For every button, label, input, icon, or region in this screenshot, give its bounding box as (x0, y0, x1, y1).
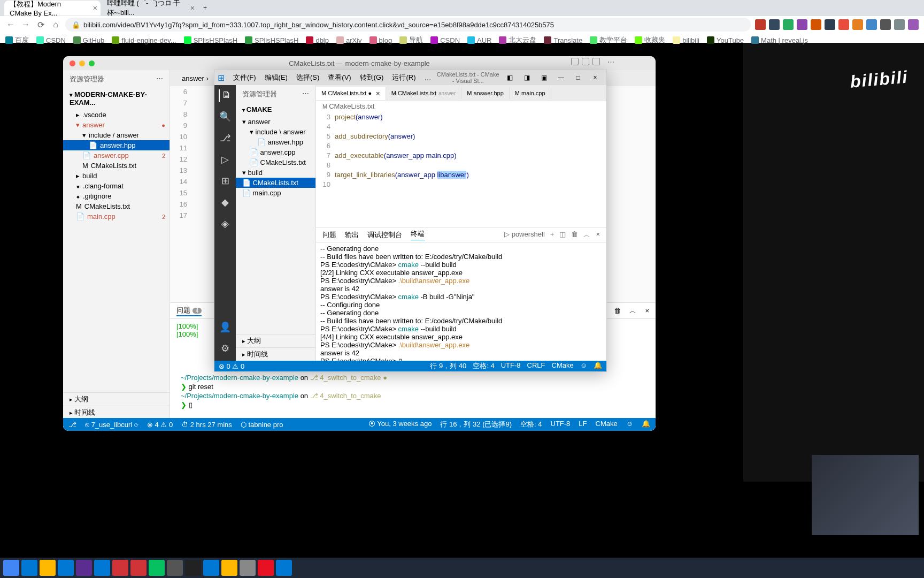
extension-icon[interactable] (825, 19, 835, 30)
eol-status[interactable]: CRLF (527, 361, 545, 371)
bookmark-item[interactable]: Translate (544, 36, 582, 44)
bookmark-item[interactable]: CSDN (36, 36, 66, 44)
close-icon[interactable] (70, 60, 75, 66)
bookmark-item[interactable]: GitHub (73, 36, 104, 44)
close-icon[interactable]: × (93, 4, 97, 12)
bookmark-item[interactable]: Math | reveal.js (751, 36, 808, 44)
extension-icon[interactable] (783, 19, 794, 30)
taskbar-app-icon[interactable] (58, 560, 74, 576)
tree-file[interactable]: 📄 answer.cpp2 (63, 150, 170, 161)
code-editor[interactable]: 345678910 project(answer) add_subdirecto… (316, 111, 606, 227)
menu-run[interactable]: 运行(R) (389, 72, 419, 83)
tree-file[interactable]: 📄 CMakeLists.txt (236, 178, 315, 188)
split-icon[interactable]: ◫ (559, 230, 566, 240)
tabnine-status[interactable]: ⬡ tabnine pro (241, 421, 283, 429)
git-blame[interactable]: ⦿ You, 3 weeks ago (368, 420, 432, 429)
bookmark-item[interactable]: 北大云盘 (499, 35, 536, 45)
reload-icon[interactable]: ⟳ (35, 20, 46, 30)
timeline-section[interactable]: ▸ 时间线 (63, 406, 170, 419)
language-mode[interactable]: CMake (596, 420, 618, 429)
extension-icon[interactable] (908, 19, 919, 30)
feedback-icon[interactable]: ☺ (580, 361, 587, 371)
outline-section[interactable]: ▸ 大纲 (236, 334, 316, 347)
extension-icon[interactable] (797, 19, 807, 30)
tree-file[interactable]: 📄 answer.hpp (236, 137, 315, 147)
editor-tab[interactable]: M CMakeLists.txt ● × (316, 87, 386, 100)
tree-folder[interactable]: ▾ include / answer (63, 130, 170, 140)
taskbar-app-icon[interactable] (185, 560, 201, 576)
taskbar-app-icon[interactable] (167, 560, 183, 576)
indent-status[interactable]: 空格: 4 (520, 420, 542, 429)
bookmark-item[interactable]: 教学平台 (590, 35, 627, 45)
integrated-terminal[interactable]: ~/Projects/modern-cmake-by-example on ⎇ … (181, 373, 623, 409)
extension-icon[interactable] (866, 19, 877, 30)
home-icon[interactable]: ⌂ (50, 20, 61, 29)
encoding-status[interactable]: UTF-8 (551, 420, 571, 429)
source-control-icon[interactable]: ⎇ (219, 132, 232, 145)
tree-file[interactable]: 📄 CMakeLists.txt (236, 157, 315, 168)
maximize-icon[interactable] (89, 60, 95, 66)
cmake-icon[interactable]: ◆ (219, 196, 232, 209)
eol-status[interactable]: LF (579, 420, 587, 429)
problems-count[interactable]: ⊗ 4 ⚠ 0 (147, 421, 173, 429)
bookmark-item[interactable]: 百度 (5, 35, 29, 45)
bookmark-item[interactable]: AUR (467, 36, 491, 44)
taskbar-app-icon[interactable] (240, 560, 256, 576)
close-icon[interactable]: × (190, 4, 195, 12)
remote-icon[interactable]: ⎇ (68, 421, 76, 429)
editor-tab[interactable]: M CMakeLists.txt answer (386, 87, 462, 99)
bookmark-item[interactable]: SPlisHSPlasH (245, 36, 298, 44)
layout-icon[interactable]: ◨ (519, 72, 535, 83)
close-icon[interactable]: × (645, 307, 649, 315)
timeline-section[interactable]: ▸ 时间线 (236, 347, 316, 361)
bookmark-item[interactable]: fluid-engine-dev... (112, 36, 176, 44)
feedback-icon[interactable]: ☺ (626, 420, 633, 429)
trash-icon[interactable]: 🗑 (571, 230, 578, 240)
bell-icon[interactable]: 🔔 (642, 420, 650, 429)
extension-icon[interactable] (769, 19, 780, 30)
search-icon[interactable]: 🔍 (219, 111, 232, 124)
tree-folder[interactable]: ▾ answer● (63, 120, 170, 130)
menu-edit[interactable]: 编辑(E) (261, 72, 291, 83)
git-branch[interactable]: ⎋ 7_use_libcurl ⟳ (85, 421, 138, 429)
back-icon[interactable]: ← (5, 20, 16, 29)
bookmark-item[interactable]: arXiv (336, 36, 362, 44)
tree-folder[interactable]: ▸ .vscode (63, 110, 170, 120)
menu-file[interactable]: 文件(F) (230, 72, 259, 83)
tree-file[interactable]: M CMakeLists.txt (63, 201, 170, 211)
taskbar-app-icon[interactable] (112, 560, 128, 576)
terminal-tab[interactable]: 终端 (411, 229, 425, 240)
account-icon[interactable]: 👤 (219, 321, 232, 334)
maximize-icon[interactable]: □ (570, 72, 586, 83)
tree-file[interactable]: 📄 main.cpp2 (63, 211, 170, 222)
bookmark-item[interactable]: CSDN (430, 36, 460, 44)
terminal-output[interactable]: -- Generating done-- Build files have be… (316, 242, 606, 361)
layout-icon[interactable]: ◧ (502, 72, 518, 83)
trash-icon[interactable]: 🗑 (614, 307, 621, 315)
plus-icon[interactable]: + (550, 230, 555, 240)
debug-console-tab[interactable]: 调试控制台 (367, 230, 402, 240)
player-layout-icon[interactable] (571, 58, 579, 65)
player-layout-icon[interactable] (582, 58, 589, 65)
bookmark-item[interactable]: 导航 (399, 35, 423, 45)
bookmark-icon[interactable]: ◈ (219, 218, 232, 231)
shell-selector[interactable]: ▷ powershell (504, 230, 545, 240)
bell-icon[interactable]: 🔔 (594, 361, 602, 371)
breadcrumb[interactable]: M CMakeLists.txt (316, 101, 606, 111)
browser-tab[interactable]: 哔哩哔哩 (゜-゜)つロ 干杯~-bili...× (102, 1, 198, 16)
taskbar-app-icon[interactable] (149, 560, 165, 576)
tree-file[interactable]: 📄 main.cpp (236, 188, 315, 198)
browser-tab-active[interactable]: 【教程】Modern CMake By Ex...× (4, 1, 101, 16)
bookmark-item[interactable]: dblp (306, 36, 329, 44)
bookmark-item[interactable]: SPlisHSPlasH (184, 36, 237, 44)
outline-section[interactable]: ▸ 大纲 (63, 392, 170, 406)
extension-icon[interactable] (852, 19, 863, 30)
tree-folder[interactable]: ▸ build (63, 171, 170, 181)
problems-count[interactable]: ⊗ 0 ⚠ 0 (219, 362, 244, 370)
menu-go[interactable]: 转到(G) (357, 72, 387, 83)
taskbar-app-icon[interactable] (203, 560, 219, 576)
taskbar-app-icon[interactable] (258, 560, 274, 576)
taskbar-app-icon[interactable] (76, 560, 92, 576)
menu-select[interactable]: 选择(S) (293, 72, 322, 83)
taskbar-app-icon[interactable] (130, 560, 147, 576)
